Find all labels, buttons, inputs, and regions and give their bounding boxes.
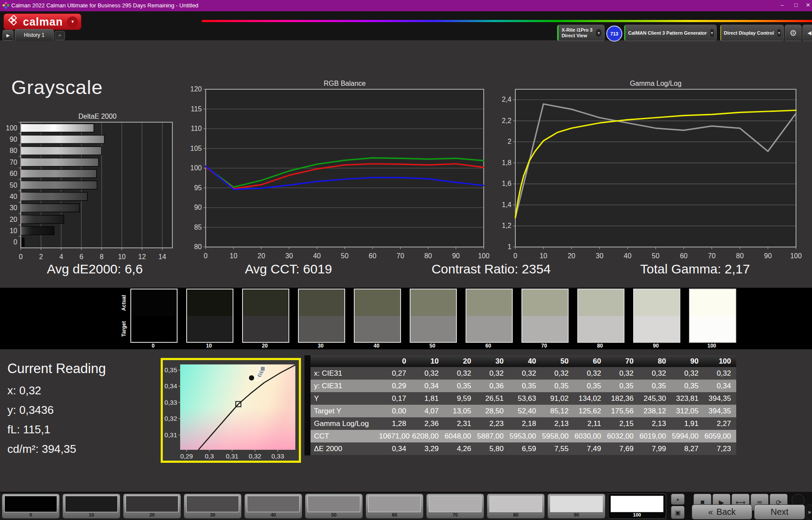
pattern-button-60[interactable]: 60 xyxy=(366,494,424,519)
table-cell: 2,27 xyxy=(704,417,736,430)
swatch-actual xyxy=(522,289,568,316)
svg-text:1,2: 1,2 xyxy=(502,222,511,229)
svg-text:100: 100 xyxy=(478,252,489,260)
chevron-down-icon[interactable]: ▼ xyxy=(710,29,714,37)
column-header: 80 xyxy=(639,355,671,367)
table-cell: 0,35 xyxy=(444,380,476,392)
table-cell: 0,35 xyxy=(574,380,606,392)
chevron-down-icon[interactable]: ▼ xyxy=(777,29,781,37)
table-cell: 1,81 xyxy=(411,392,444,405)
pattern-button-90[interactable]: 90 xyxy=(547,494,605,519)
tab-history-1[interactable]: History 1 xyxy=(15,29,54,41)
gamma-chart: 11,21,41,61,822,22,401020304050607080901… xyxy=(496,78,812,262)
rgb-balance-chart: 8085909510010511011512001020304050607080… xyxy=(186,78,489,262)
table-cell: 394,35 xyxy=(704,392,736,405)
svg-text:30: 30 xyxy=(596,252,604,260)
chevron-down-icon[interactable]: ▼ xyxy=(596,29,602,37)
minimize-button[interactable]: – xyxy=(776,2,788,10)
svg-text:0,33: 0,33 xyxy=(165,399,177,406)
svg-text:40: 40 xyxy=(624,252,631,260)
pattern-patch xyxy=(186,496,239,512)
svg-text:60: 60 xyxy=(680,252,688,260)
svg-text:0,31: 0,31 xyxy=(226,452,238,460)
svg-text:2: 2 xyxy=(39,253,43,260)
swatch-level-label: 30 xyxy=(297,343,344,349)
scroll-up-button[interactable]: ▲ xyxy=(671,494,685,505)
row-label: Gamma Log/Log xyxy=(304,417,379,430)
svg-text:120: 120 xyxy=(190,85,202,93)
swatch-level-label: 70 xyxy=(521,343,568,349)
svg-text:90: 90 xyxy=(764,252,772,260)
table-cell: 0,32 xyxy=(509,367,541,380)
back-button[interactable]: « Back xyxy=(692,504,752,520)
pattern-button-80[interactable]: 80 xyxy=(487,494,545,519)
swatch-level-label: 100 xyxy=(688,343,735,349)
svg-text:50: 50 xyxy=(341,252,349,260)
swatch-50 xyxy=(410,289,457,343)
next-button[interactable]: Next xyxy=(754,504,805,520)
display-control-dropdown[interactable]: Direct Display Control ▼ xyxy=(720,25,784,41)
table-cell: 323,81 xyxy=(671,392,704,405)
table-cell: 0,32 xyxy=(411,367,444,380)
svg-text:80: 80 xyxy=(10,147,17,154)
pattern-generator-dropdown[interactable]: CalMAN Client 3 Pattern Generator ▼ xyxy=(624,25,717,41)
pattern-button-100[interactable]: 100 xyxy=(608,494,666,519)
cie-xy-chart: 0,310,320,330,340,350,290,30,310,320,33 xyxy=(163,360,299,461)
swatch-actual xyxy=(243,289,288,316)
calman-diamond-icon xyxy=(7,15,20,28)
table-cell: 0,32 xyxy=(541,367,574,380)
pattern-button-40[interactable]: 40 xyxy=(244,494,302,519)
pattern-button-20[interactable]: 20 xyxy=(123,494,181,519)
table-cell: 0,32 xyxy=(606,367,639,380)
app-header: calman ▼ ▶ History 1 + X-Rite i1Pro 3 Di… xyxy=(0,11,812,40)
svg-text:20: 20 xyxy=(568,252,576,260)
column-header: 40 xyxy=(509,355,541,367)
pattern-button-70[interactable]: 70 xyxy=(426,494,484,519)
svg-text:12: 12 xyxy=(138,253,146,260)
maximize-button[interactable]: □ xyxy=(790,2,802,10)
reading-x: x: 0,32 xyxy=(7,384,41,397)
pattern-button-0[interactable]: 0 xyxy=(2,494,60,519)
logo-caret-icon[interactable]: ▼ xyxy=(67,16,78,27)
table-cell: 4,07 xyxy=(411,405,444,417)
swatch-target xyxy=(634,316,679,342)
swatch-level-label: 60 xyxy=(465,343,512,349)
table-cell: 182,36 xyxy=(606,392,639,405)
pattern-window-button[interactable]: ▣ xyxy=(671,506,685,519)
pattern-patch xyxy=(126,496,178,512)
swatch-level-label: 80 xyxy=(576,343,624,349)
table-cell: 7,99 xyxy=(639,442,671,455)
next-chevron-button[interactable]: » xyxy=(806,504,812,520)
grayscale-swatch-strip: Actual Target 0102030405060708090100 xyxy=(0,288,812,349)
svg-text:0,3: 0,3 xyxy=(205,452,214,460)
pattern-button-10[interactable]: 10 xyxy=(62,494,120,519)
swatch-target xyxy=(466,316,512,342)
meter-dropdown[interactable]: X-Rite i1Pro 3 Direct View ▼ xyxy=(557,25,605,41)
table-header-row: 0102030405060708090100 xyxy=(304,355,736,367)
meter-count-badge[interactable]: 713 xyxy=(606,26,622,42)
close-button[interactable]: ✕ xyxy=(802,2,812,10)
swatch-actual xyxy=(131,289,177,316)
pattern-level-label: 30 xyxy=(184,512,241,517)
table-cell: 6019,00 xyxy=(639,430,671,442)
swatch-target xyxy=(690,316,735,342)
table-cell: 5953,00 xyxy=(509,430,541,442)
table-cell: 0,17 xyxy=(379,392,411,405)
add-tab-button[interactable]: + xyxy=(55,31,65,40)
read-button[interactable]: ◀ xyxy=(802,25,812,41)
swatch-actual xyxy=(299,289,344,316)
svg-text:0,34: 0,34 xyxy=(165,382,177,390)
table-cell: 2,31 xyxy=(444,417,476,430)
gear-icon[interactable]: ⚙ xyxy=(785,25,802,41)
swatch-0 xyxy=(130,289,178,343)
table-cell: 9,59 xyxy=(444,392,476,405)
window-title: Calman 2022 Calman Ultimate for Business… xyxy=(11,2,198,9)
pattern-patch xyxy=(429,496,482,512)
calman-menu-button[interactable]: calman ▼ xyxy=(3,13,81,30)
pattern-button-50[interactable]: 50 xyxy=(305,494,363,519)
svg-text:80: 80 xyxy=(424,252,432,260)
history-arrow-button[interactable]: ▶ xyxy=(3,30,13,41)
table-cell: 0,34 xyxy=(411,380,444,392)
target-row-label: Target xyxy=(121,321,127,337)
pattern-button-30[interactable]: 30 xyxy=(184,494,242,519)
